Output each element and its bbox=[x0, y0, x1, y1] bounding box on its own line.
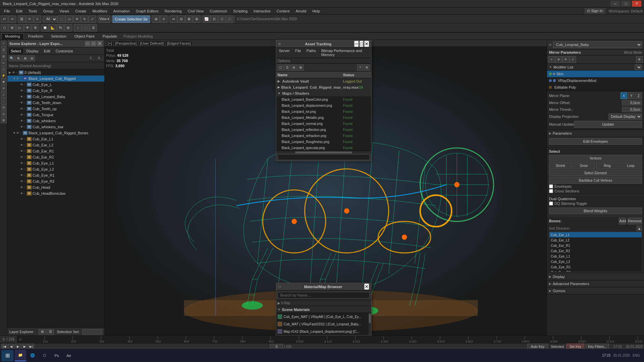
angle-snap-button[interactable]: 📐 bbox=[49, 24, 56, 32]
tree-item-cub-whiskers-low[interactable]: 👁 ○ M Cub_whiskers_low bbox=[7, 124, 104, 130]
at-path-input[interactable] bbox=[278, 154, 370, 160]
edit-envelopes-btn[interactable]: Edit Envelopes bbox=[549, 138, 642, 145]
rp-scale-btn[interactable]: ⤢ bbox=[569, 56, 576, 63]
envelopes-chk[interactable] bbox=[549, 184, 553, 188]
at-file-8[interactable]: Black_Leopard_Roughness.pngFound bbox=[276, 139, 371, 145]
tree-item-cub-eye-r[interactable]: 👁 ○ M Cub_Eye_R bbox=[7, 88, 104, 94]
sidebar-icon-10[interactable]: ↕ bbox=[1, 98, 7, 104]
vertices-btn[interactable]: Vertices bbox=[549, 155, 642, 162]
sidebar-icon-6[interactable]: ⚡ bbox=[1, 73, 7, 79]
remove-bone-btn[interactable]: Remove bbox=[628, 218, 642, 224]
spacing-button[interactable]: ⊠ bbox=[185, 15, 193, 23]
align-button[interactable]: ⊟ bbox=[178, 15, 185, 23]
tree-item-cub-eye-r2[interactable]: 👁 ○ B Cub_Eye_R2 bbox=[7, 178, 104, 184]
taskbar-chrome[interactable]: 🌐 bbox=[27, 350, 38, 361]
rp-rotate-btn[interactable]: ↻ bbox=[562, 56, 569, 63]
se-tree-btn[interactable]: ⊞ bbox=[39, 329, 46, 334]
bone-item-cub_ear_l2[interactable]: Cub_Ear_L2 bbox=[549, 237, 642, 243]
rotate-button[interactable]: ↻ bbox=[81, 15, 88, 23]
sidebar-icon-4[interactable]: ▭ bbox=[1, 60, 7, 66]
sidebar-icon-2[interactable]: ☰ bbox=[1, 47, 7, 53]
obj-type-button[interactable]: ⬡ bbox=[1, 24, 8, 32]
tab-modeling[interactable]: Modeling bbox=[1, 33, 24, 39]
tree-item-cub-whiskers[interactable]: 👁 ○ M Cub_whiskers bbox=[7, 118, 104, 124]
mirror-x-btn[interactable]: X bbox=[621, 92, 627, 99]
tree-item-black-leopard-cub-rigged[interactable]: ▼ 👁 ○ M Black_Leopard_Cub_Rigged bbox=[7, 76, 104, 82]
at-maximize[interactable]: □ bbox=[359, 41, 363, 47]
bone-item-cub_eye_r1[interactable]: Cub_Eye_R1 bbox=[549, 264, 642, 270]
rp-settings-btn[interactable]: ⚙ bbox=[636, 56, 643, 63]
add-bone-btn[interactable]: Add bbox=[619, 218, 626, 224]
params-section-header[interactable]: ▶ Parameters bbox=[547, 130, 644, 137]
spinner-snap-button[interactable]: ⊞ bbox=[64, 24, 72, 32]
sidebar-icon-13[interactable]: ⊠ bbox=[1, 117, 7, 123]
snap-button[interactable]: 🔲 bbox=[41, 24, 49, 32]
dq-skinning-chk[interactable] bbox=[549, 201, 553, 206]
at-file-3[interactable]: Black_Leopard_ior.pngFound bbox=[276, 108, 371, 115]
at-file-5[interactable]: Black_Leopard_normal.pngFound bbox=[276, 121, 371, 127]
menu-animation[interactable]: Animation bbox=[111, 8, 133, 14]
reference-coord-button[interactable]: View ▾ bbox=[98, 15, 110, 23]
layer-button[interactable]: ⊞ bbox=[152, 15, 160, 23]
scene-exp-close[interactable]: ✕ bbox=[97, 41, 102, 46]
menu-group[interactable]: Group bbox=[40, 8, 56, 14]
mb-item-3[interactable]: Map #142 (Black_Leopard_displacement.png… bbox=[276, 328, 371, 335]
viewport-label-edged-faces[interactable]: [Edged Faces] bbox=[166, 41, 192, 45]
tree-item-cub-ear-r1[interactable]: 👁 ○ B Cub_Ear_R1 bbox=[7, 148, 104, 154]
viewport-label-plus[interactable]: [+] bbox=[107, 41, 113, 45]
bones-list[interactable]: Cub_Ear_L1Cub_Ear_L2Cub_Ear_R1Cub_Ear_R2… bbox=[549, 232, 642, 272]
sign-in-button[interactable]: ⊙ Sign In bbox=[584, 8, 605, 14]
menu-rendering[interactable]: Rendering bbox=[162, 8, 185, 14]
mirror-y-btn[interactable]: Y bbox=[628, 92, 635, 99]
select-region-button[interactable]: ▭ bbox=[65, 15, 73, 23]
tree-item-cub-eye-l[interactable]: 👁 ○ M Cub_Eye_L bbox=[7, 82, 104, 88]
filter-select[interactable]: All bbox=[43, 16, 57, 22]
sidebar-icon-12[interactable]: ◎ bbox=[1, 111, 7, 117]
at-minimize[interactable]: ─ bbox=[354, 41, 358, 47]
select-element-btn[interactable]: Select Element bbox=[549, 170, 642, 176]
advanced-params-header[interactable]: ▶ Advanced Parameters bbox=[547, 280, 644, 287]
sidebar-icon-8[interactable]: ⟲ bbox=[1, 85, 7, 91]
object-selector[interactable]: Cub_Leoprad_Baby bbox=[553, 41, 642, 48]
shrink-btn[interactable]: Shrink bbox=[549, 162, 572, 169]
scene-states-button[interactable]: ≡ bbox=[160, 15, 167, 23]
taskbar-ps[interactable]: Ps bbox=[51, 350, 62, 361]
at-tb-help[interactable]: ? bbox=[357, 64, 363, 71]
named-sel-button[interactable]: ☰ bbox=[90, 24, 97, 32]
taskbar-3dsmax[interactable]: ⬡ bbox=[39, 350, 50, 361]
unlink-button[interactable]: ✂ bbox=[26, 15, 33, 23]
bind-space-warp-button[interactable]: ⌗ bbox=[34, 15, 41, 23]
select-link-button[interactable]: ⛓ bbox=[18, 15, 26, 23]
mb-scroll-thumb[interactable] bbox=[369, 314, 371, 323]
tree-item-cub-eye-r1[interactable]: 👁 ○ B Cub_Eye_R1 bbox=[7, 172, 104, 178]
mirror-thresh-input[interactable] bbox=[622, 107, 642, 112]
display-proj-select[interactable]: Default Display bbox=[608, 114, 642, 120]
asset-tracking-scrollbar[interactable] bbox=[276, 151, 371, 153]
se-list-btn[interactable]: ☰ bbox=[47, 329, 54, 334]
mb-item-2[interactable]: Cub_MAT ( VRayFastSSS2 ) [Cub_Leoprad_Ba… bbox=[276, 320, 371, 328]
scale-button[interactable]: ⤢ bbox=[89, 15, 96, 23]
taskbar-explorer[interactable]: 📁 bbox=[15, 350, 26, 361]
se-sort-btn[interactable]: ⇅ bbox=[15, 55, 21, 61]
timeline-ruler[interactable]: 0 10 20 30 40 50 60 70 80 90 1 bbox=[16, 336, 644, 343]
tree-item-cub-teeth-up[interactable]: 👁 ○ M Cub_Teeth_up bbox=[7, 106, 104, 112]
rp-move-btn[interactable]: ✛ bbox=[555, 56, 562, 63]
tab-selection[interactable]: Selection bbox=[47, 33, 70, 39]
menu-scripting[interactable]: Scripting bbox=[231, 8, 250, 14]
at-file-4[interactable]: Black_Leopard_Metallic.pngFound bbox=[276, 115, 371, 121]
bone-item-cub_eye_r2[interactable]: Cub_Eye_R2 bbox=[549, 270, 642, 272]
sidebar-icon-11[interactable]: ⊟ bbox=[1, 104, 7, 110]
scene-explorer-list[interactable]: ▶ 👁 ○ M 0 (default) ▼ 👁 ○ M Black_Leopar… bbox=[7, 70, 104, 327]
modifier-vray-disp[interactable]: VRayDisplacementMod bbox=[547, 77, 644, 84]
se-tab-display[interactable]: Display bbox=[24, 48, 41, 54]
tab-populate[interactable]: Populate bbox=[99, 33, 120, 39]
material-browser-section-header[interactable]: ▼ Scene Materials bbox=[276, 306, 371, 313]
bone-item-cub_ear_r1[interactable]: Cub_Ear_R1 bbox=[549, 243, 642, 248]
viewport-label-user-defined[interactable]: [User Defined] bbox=[139, 41, 164, 45]
close-button[interactable]: ✕ bbox=[632, 1, 641, 7]
mirror-z-btn[interactable]: Z bbox=[635, 92, 642, 99]
menu-help[interactable]: Help bbox=[310, 8, 323, 14]
tree-item-cub-teeth-down[interactable]: 👁 ○ M Cub_Teeth_down bbox=[7, 100, 104, 106]
hierarchy-button[interactable]: ⊞ bbox=[8, 24, 16, 32]
tree-item-cub-headbonejaw[interactable]: 👁 ○ B Cub_HeadBoneJaw bbox=[7, 190, 104, 196]
